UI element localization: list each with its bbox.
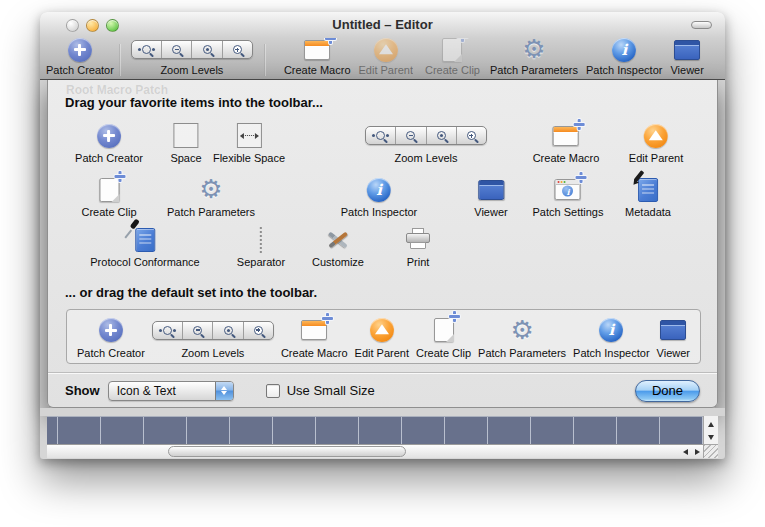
gear-icon bbox=[197, 176, 225, 203]
palette-item-print[interactable]: Print bbox=[406, 226, 430, 268]
magnifier-minus-icon bbox=[406, 131, 415, 140]
zoom-in-button[interactable] bbox=[457, 127, 486, 144]
zoom-in-button[interactable] bbox=[244, 322, 273, 339]
gear-icon bbox=[520, 38, 548, 63]
palette-item-space[interactable]: Space bbox=[170, 122, 201, 164]
palette-item-create-macro[interactable]: Create Macro bbox=[533, 122, 600, 164]
palette-item-protocol-conformance[interactable]: Protocol Conformance bbox=[90, 226, 199, 268]
space-icon bbox=[173, 123, 198, 148]
edit-parent-icon bbox=[374, 38, 398, 62]
toolbar-item-viewer[interactable]: Viewer bbox=[670, 38, 703, 76]
gear-icon bbox=[508, 317, 536, 344]
default-item-patch-inspector[interactable]: Patch Inspector bbox=[573, 317, 649, 359]
scroll-down-button[interactable] bbox=[704, 431, 718, 444]
magnifier-actual-icon bbox=[163, 326, 172, 335]
zoom-levels-segmented-control bbox=[365, 126, 487, 145]
minimize-button[interactable] bbox=[86, 19, 99, 32]
toolbar-item-edit-parent[interactable]: Edit Parent bbox=[359, 38, 413, 76]
create-macro-icon bbox=[301, 320, 327, 340]
toolbar-item-create-macro[interactable]: Create Macro bbox=[284, 38, 351, 76]
popup-arrows-icon bbox=[215, 382, 233, 400]
toolbar-toggle-button[interactable] bbox=[691, 21, 712, 29]
default-item-patch-creator[interactable]: Patch Creator bbox=[77, 317, 145, 359]
plus-badge-icon bbox=[576, 172, 587, 183]
close-button[interactable] bbox=[66, 19, 79, 32]
palette-item-create-clip[interactable]: Create Clip bbox=[81, 176, 136, 218]
editor-canvas[interactable] bbox=[47, 416, 703, 444]
zoom-in-button[interactable] bbox=[223, 41, 252, 58]
plus-badge-icon bbox=[449, 311, 460, 322]
horizontal-scroll-thumb[interactable] bbox=[168, 446, 406, 457]
toolbar-item-patch-inspector[interactable]: Patch Inspector bbox=[586, 38, 662, 76]
magnifier-plus-icon bbox=[233, 45, 242, 54]
use-small-size-label: Use Small Size bbox=[287, 383, 375, 398]
create-clip-icon bbox=[99, 178, 119, 202]
palette-item-patch-creator[interactable]: Patch Creator bbox=[75, 122, 143, 164]
palette-item-metadata[interactable]: Metadata bbox=[625, 176, 671, 218]
zoom-fit-button[interactable] bbox=[213, 322, 243, 339]
palette-item-customize[interactable]: Customize bbox=[312, 226, 364, 268]
zoom-actual-size-button[interactable] bbox=[366, 127, 396, 144]
palette-item-patch-parameters[interactable]: Patch Parameters bbox=[167, 176, 255, 218]
zoom-fit-button[interactable] bbox=[427, 127, 457, 144]
title-bar[interactable]: Untitled – Editor bbox=[40, 12, 725, 38]
zoom-levels-segmented-control bbox=[152, 321, 274, 340]
done-button[interactable]: Done bbox=[635, 380, 700, 402]
toolbar-item-create-clip[interactable]: Create Clip bbox=[425, 38, 480, 76]
zoom-button[interactable] bbox=[106, 19, 119, 32]
printer-icon bbox=[406, 228, 430, 251]
use-small-size-checkbox[interactable] bbox=[266, 384, 280, 398]
default-item-patch-parameters[interactable]: Patch Parameters bbox=[478, 317, 566, 359]
pen-icon bbox=[630, 171, 648, 189]
zoom-fit-button[interactable] bbox=[192, 41, 222, 58]
magnifier-plus-icon bbox=[254, 326, 263, 335]
toolbar-item-patch-parameters[interactable]: Patch Parameters bbox=[490, 38, 578, 76]
default-item-edit-parent[interactable]: Edit Parent bbox=[355, 317, 409, 359]
scroll-up-button[interactable] bbox=[704, 418, 718, 431]
zoom-out-button[interactable] bbox=[162, 41, 192, 58]
zoom-out-button[interactable] bbox=[396, 127, 426, 144]
default-item-viewer[interactable]: Viewer bbox=[657, 317, 690, 359]
magnifier-fit-icon bbox=[437, 131, 446, 140]
plus-badge-icon bbox=[325, 38, 336, 44]
resize-grip[interactable] bbox=[703, 444, 718, 458]
arrow-left-icon[interactable] bbox=[683, 449, 688, 455]
arrow-right-icon[interactable] bbox=[695, 449, 700, 455]
palette-item-viewer[interactable]: Viewer bbox=[474, 176, 507, 218]
toolbar: Patch Creator Zoom Levels Create Macro E… bbox=[40, 38, 725, 80]
create-clip-icon bbox=[434, 318, 454, 342]
zoom-out-button[interactable] bbox=[183, 322, 213, 339]
toolbar-separator bbox=[119, 44, 120, 76]
palette-item-patch-settings[interactable]: Patch Settings bbox=[533, 176, 604, 218]
sheet-footer: Show Icon & Text Use Small Size Done bbox=[48, 372, 717, 408]
patch-creator-icon bbox=[97, 124, 121, 148]
window-content-strip bbox=[40, 408, 725, 416]
toolbar-item-patch-creator[interactable]: Patch Creator bbox=[46, 38, 114, 76]
edit-parent-icon bbox=[370, 318, 394, 342]
palette-item-edit-parent[interactable]: Edit Parent bbox=[629, 122, 683, 164]
vertical-scrollbar[interactable] bbox=[703, 416, 718, 444]
flexible-space-icon bbox=[237, 123, 262, 148]
default-item-create-macro[interactable]: Create Macro bbox=[281, 317, 348, 359]
plus-badge-icon bbox=[322, 313, 333, 324]
create-macro-icon bbox=[553, 126, 579, 146]
magnifier-plus-icon bbox=[467, 131, 476, 140]
patch-settings-icon bbox=[555, 179, 581, 200]
palette-item-separator[interactable]: Separator bbox=[237, 226, 285, 268]
zoom-actual-size-button[interactable] bbox=[132, 41, 162, 58]
default-toolbar-set[interactable]: Patch Creator Zoom Levels Create Macro bbox=[66, 309, 701, 364]
palette-item-zoom-levels[interactable]: Zoom Levels bbox=[365, 122, 487, 164]
show-mode-popup[interactable]: Icon & Text bbox=[108, 381, 234, 401]
info-icon bbox=[563, 186, 574, 197]
show-label: Show bbox=[65, 383, 100, 398]
palette-item-flexible-space[interactable]: Flexible Space bbox=[213, 122, 285, 164]
zoom-actual-size-button[interactable] bbox=[153, 322, 183, 339]
default-item-create-clip[interactable]: Create Clip bbox=[416, 317, 471, 359]
metadata-document-icon bbox=[638, 178, 658, 202]
magnifier-actual-icon bbox=[376, 131, 385, 140]
edit-parent-icon bbox=[644, 124, 668, 148]
toolbar-separator bbox=[264, 44, 265, 76]
horizontal-scrollbar[interactable] bbox=[47, 444, 703, 458]
default-item-zoom-levels[interactable]: Zoom Levels bbox=[152, 317, 274, 359]
palette-item-patch-inspector[interactable]: Patch Inspector bbox=[341, 176, 417, 218]
